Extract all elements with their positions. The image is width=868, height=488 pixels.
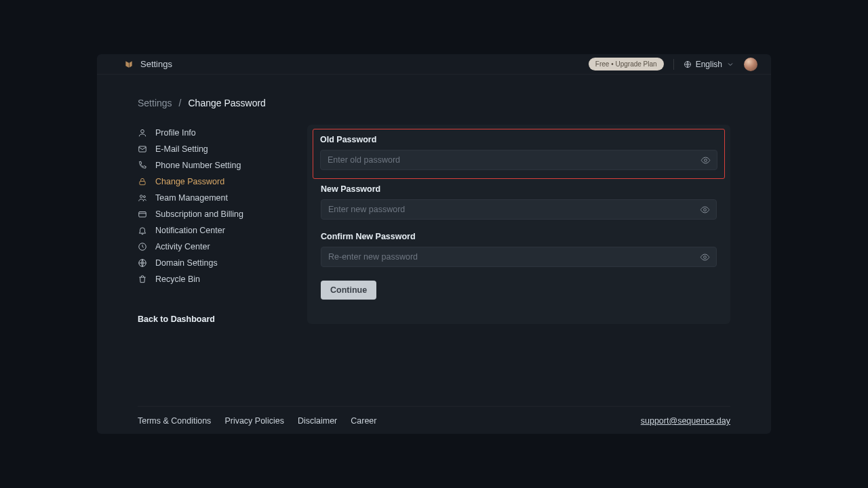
confirm-password-group: Confirm New Password <box>314 226 724 274</box>
breadcrumb-current: Change Password <box>188 98 265 108</box>
sidebar-item-label: Phone Number Setting <box>155 161 241 170</box>
chevron-down-icon <box>726 60 734 68</box>
svg-point-5 <box>143 196 145 198</box>
footer-career-link[interactable]: Career <box>351 416 376 426</box>
bell-icon <box>138 226 147 235</box>
globe-icon <box>138 258 147 268</box>
sidebar-item-label: Subscription and Billing <box>155 209 243 219</box>
sidebar-item-label: Activity Center <box>155 242 210 251</box>
footer-terms-link[interactable]: Terms & Conditions <box>138 416 211 426</box>
sidebar-item-label: E-Mail Setting <box>155 144 208 154</box>
confirm-password-label: Confirm New Password <box>321 232 717 241</box>
sidebar-item-email-setting[interactable]: E-Mail Setting <box>138 141 273 157</box>
breadcrumb-root[interactable]: Settings <box>138 98 172 108</box>
svg-rect-2 <box>139 146 146 152</box>
confirm-password-input[interactable] <box>321 247 717 267</box>
footer-disclaimer-link[interactable]: Disclaimer <box>298 416 337 426</box>
svg-point-10 <box>704 208 707 211</box>
trash-icon <box>138 274 147 284</box>
new-password-input-wrap <box>321 199 717 220</box>
sidebar-item-recycle-bin[interactable]: Recycle Bin <box>138 271 273 287</box>
footer-privacy-link[interactable]: Privacy Policies <box>224 416 284 426</box>
sidebar-item-change-password[interactable]: Change Password <box>138 174 273 190</box>
sidebar-item-label: Notification Center <box>155 226 225 235</box>
svg-rect-3 <box>140 181 145 184</box>
svg-point-4 <box>140 195 143 198</box>
svg-point-9 <box>705 159 707 161</box>
sidebar-item-label: Team Management <box>155 193 228 203</box>
new-password-group: New Password <box>314 179 724 226</box>
sidebar-item-label: Change Password <box>155 177 224 186</box>
support-email-link[interactable]: support@sequence.day <box>641 416 730 426</box>
confirm-password-input-wrap <box>321 247 717 267</box>
topbar-right: Free • Upgrade Plan English <box>589 58 757 71</box>
sidebar-item-profile-info[interactable]: Profile Info <box>138 125 273 141</box>
mail-icon <box>138 144 147 154</box>
sidebar-item-notification-center[interactable]: Notification Center <box>138 222 273 239</box>
eye-icon[interactable] <box>701 155 711 165</box>
columns: Profile Info E-Mail Setting Phone Number… <box>138 125 730 324</box>
sidebar-item-subscription-billing[interactable]: Subscription and Billing <box>138 206 273 222</box>
change-password-panel: Old Password New Password Confirm New Pa… <box>307 125 730 324</box>
billing-icon <box>138 209 147 219</box>
users-icon <box>138 193 147 203</box>
sidebar-item-team-management[interactable]: Team Management <box>138 190 273 206</box>
upgrade-plan-button[interactable]: Free • Upgrade Plan <box>589 58 664 70</box>
svg-rect-6 <box>139 212 146 218</box>
avatar[interactable] <box>744 58 757 71</box>
sidebar-item-label: Recycle Bin <box>155 274 200 284</box>
eye-icon[interactable] <box>700 205 710 215</box>
breadcrumb: Settings / Change Password <box>138 98 730 108</box>
phone-icon <box>138 161 147 170</box>
settings-window: Settings Free • Upgrade Plan English Set… <box>97 54 771 434</box>
svg-point-1 <box>141 129 144 133</box>
language-selector[interactable]: English <box>684 60 734 69</box>
eye-icon[interactable] <box>700 252 710 262</box>
topbar: Settings Free • Upgrade Plan English <box>97 54 771 75</box>
clock-icon <box>138 242 147 251</box>
topbar-title: Settings <box>140 59 172 69</box>
new-password-input[interactable] <box>321 199 717 220</box>
sidebar-item-domain-settings[interactable]: Domain Settings <box>138 255 273 271</box>
footer-links: Terms & Conditions Privacy Policies Disc… <box>138 416 376 426</box>
topbar-left: Settings <box>124 59 172 69</box>
old-password-group: Old Password <box>313 129 725 179</box>
old-password-input-wrap <box>320 150 717 170</box>
footer: Terms & Conditions Privacy Policies Disc… <box>138 406 730 426</box>
old-password-label: Old Password <box>320 135 717 144</box>
sidebar-item-activity-center[interactable]: Activity Center <box>138 239 273 255</box>
breadcrumb-separator: / <box>179 98 182 108</box>
user-icon <box>138 128 147 138</box>
sidebar-item-phone-setting[interactable]: Phone Number Setting <box>138 157 273 174</box>
globe-icon <box>684 60 692 68</box>
language-label: English <box>696 60 722 69</box>
old-password-input[interactable] <box>320 150 717 170</box>
app-logo-icon <box>124 60 134 69</box>
sidebar-item-label: Domain Settings <box>155 258 218 268</box>
continue-button[interactable]: Continue <box>321 281 376 300</box>
svg-point-11 <box>704 256 707 258</box>
new-password-label: New Password <box>321 184 717 194</box>
divider <box>673 59 674 70</box>
lock-icon <box>138 177 147 186</box>
body: Settings / Change Password Profile Info … <box>97 75 771 434</box>
sidebar: Profile Info E-Mail Setting Phone Number… <box>138 125 273 324</box>
sidebar-item-label: Profile Info <box>155 128 196 138</box>
back-to-dashboard-link[interactable]: Back to Dashboard <box>138 314 273 324</box>
